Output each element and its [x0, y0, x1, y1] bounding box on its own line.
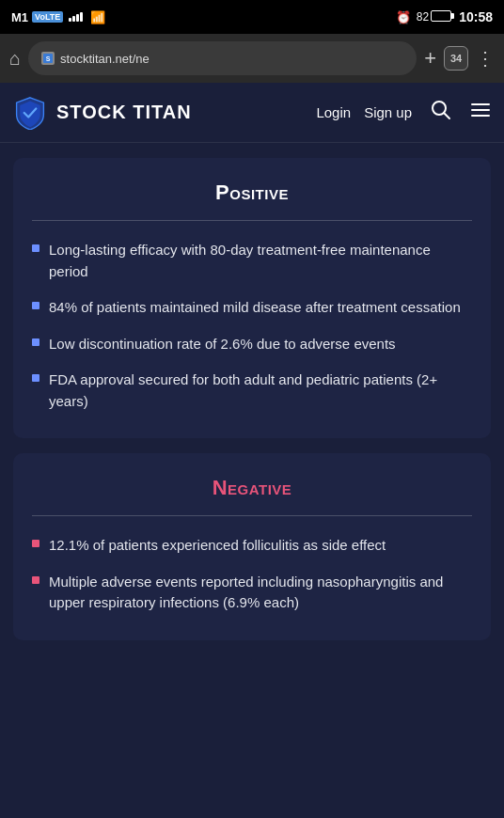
new-tab-button[interactable]: +: [424, 46, 436, 71]
search-icon[interactable]: [431, 100, 451, 125]
browser-menu-button[interactable]: ⋮: [476, 47, 495, 70]
site-header: STOCK TITAN Login Sign up: [0, 83, 504, 143]
favicon: S: [41, 52, 55, 65]
list-item: Low discontinuation rate of 2.6% due to …: [32, 334, 472, 355]
positive-card: Positive Long-lasting efficacy with 80-d…: [13, 158, 491, 438]
status-right: ⏰ 82 10:58: [396, 9, 493, 24]
carrier-name: M1: [11, 10, 28, 24]
list-item: Multiple adverse events reported includi…: [32, 572, 472, 614]
positive-bullet-list: Long-lasting efficacy with 80-day treatm…: [32, 240, 472, 412]
list-item: 84% of patients maintained mild disease …: [32, 297, 472, 319]
alarm-icon: ⏰: [396, 10, 411, 24]
wifi-icon: 📶: [90, 10, 105, 24]
svg-text:S: S: [46, 55, 51, 62]
url-text: stocktitan.net/ne: [60, 52, 150, 66]
bullet-text: Multiple adverse events reported includi…: [49, 572, 472, 614]
list-item: Long-lasting efficacy with 80-day treatm…: [32, 240, 472, 282]
site-logo-text: STOCK TITAN: [56, 102, 192, 123]
list-item: 12.1% of patients experienced folliculit…: [32, 535, 472, 557]
hamburger-menu-icon[interactable]: [470, 100, 491, 125]
volte-badge: VoLTE: [32, 11, 63, 23]
negative-bullet-list: 12.1% of patients experienced folliculit…: [32, 535, 472, 614]
status-bar: M1 VoLTE 📶 ⏰ 82 10:58: [0, 0, 504, 34]
nav-links: Login Sign up: [316, 100, 491, 125]
clock: 10:58: [459, 9, 493, 24]
battery-indicator: 82: [417, 10, 451, 24]
carrier-info: M1 VoLTE 📶: [11, 10, 105, 24]
negative-card-divider: [32, 515, 472, 516]
url-bar[interactable]: S stocktitan.net/ne: [28, 41, 417, 75]
list-item: FDA approval secured for both adult and …: [32, 370, 472, 412]
logo-shield-icon: [13, 96, 47, 130]
positive-card-divider: [32, 220, 472, 221]
bullet-text: FDA approval secured for both adult and …: [49, 370, 472, 412]
tabs-count-button[interactable]: 34: [444, 46, 468, 71]
bullet-icon: [32, 302, 39, 309]
signal-icon: [69, 12, 83, 22]
bullet-icon: [32, 540, 39, 547]
browser-bar: ⌂ S stocktitan.net/ne + 34 ⋮: [0, 34, 504, 83]
bullet-text: Long-lasting efficacy with 80-day treatm…: [49, 240, 472, 282]
browser-home-button[interactable]: ⌂: [9, 48, 21, 70]
negative-card: Negative 12.1% of patients experienced f…: [13, 453, 491, 640]
negative-card-title: Negative: [32, 476, 472, 500]
battery-percent: 82: [417, 10, 429, 24]
bullet-text: 12.1% of patients experienced folliculit…: [49, 535, 386, 557]
bullet-text: Low discontinuation rate of 2.6% due to …: [49, 334, 396, 355]
main-content: Positive Long-lasting efficacy with 80-d…: [0, 158, 504, 640]
bullet-icon: [32, 244, 39, 252]
positive-card-title: Positive: [32, 181, 472, 205]
logo-area[interactable]: STOCK TITAN: [13, 96, 316, 130]
svg-line-3: [444, 113, 449, 118]
bullet-icon: [32, 576, 39, 584]
bullet-icon: [32, 374, 39, 382]
battery-icon: [431, 10, 451, 24]
bullet-icon: [32, 338, 39, 346]
nav-signup-link[interactable]: Sign up: [364, 104, 412, 120]
bullet-text: 84% of patients maintained mild disease …: [49, 297, 461, 319]
nav-login-link[interactable]: Login: [316, 104, 351, 120]
